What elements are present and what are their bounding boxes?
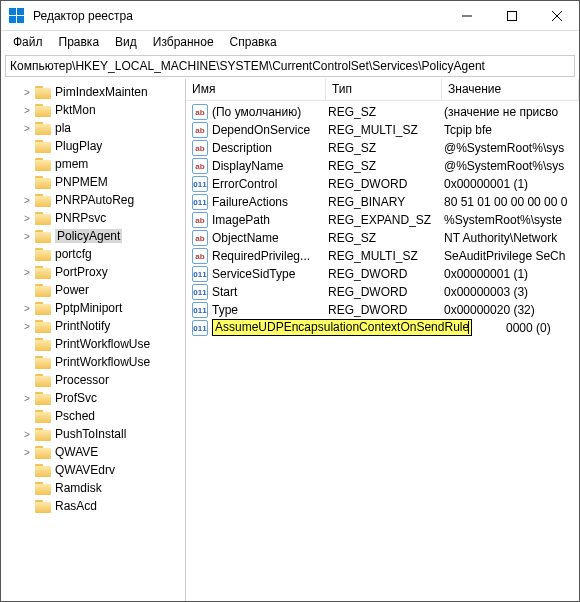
folder-icon	[35, 248, 51, 261]
tree-item[interactable]: RasAcd	[1, 497, 185, 515]
folder-icon	[35, 86, 51, 99]
tree-item[interactable]: QWAVEdrv	[1, 461, 185, 479]
expander-icon[interactable]: >	[21, 429, 33, 440]
folder-icon	[35, 446, 51, 459]
list-row[interactable]: abObjectNameREG_SZNT Authority\Network	[186, 229, 579, 247]
value-name: ObjectName	[212, 231, 328, 245]
tree-item-label: portcfg	[55, 247, 92, 261]
value-data: Tcpip bfe	[444, 123, 579, 137]
list-row[interactable]: 011TypeREG_DWORD0x00000020 (32)	[186, 301, 579, 319]
value-name: ImagePath	[212, 213, 328, 227]
list-row[interactable]: abImagePathREG_EXPAND_SZ%SystemRoot%\sys…	[186, 211, 579, 229]
tree-item[interactable]: PrintWorkflowUse	[1, 335, 185, 353]
folder-icon	[35, 482, 51, 495]
menu-file[interactable]: Файл	[5, 33, 51, 51]
list-header: Имя Тип Значение	[186, 79, 579, 101]
value-name: FailureActions	[212, 195, 328, 209]
list-row[interactable]: abDisplayNameREG_SZ@%SystemRoot%\sys	[186, 157, 579, 175]
tree-item-label: Processor	[55, 373, 109, 387]
value-type: REG_SZ	[328, 141, 444, 155]
tree-item[interactable]: Processor	[1, 371, 185, 389]
tree-item[interactable]: portcfg	[1, 245, 185, 263]
tree-item[interactable]: >PrintNotify	[1, 317, 185, 335]
expander-icon[interactable]: >	[21, 195, 33, 206]
folder-icon	[35, 176, 51, 189]
tree-item[interactable]: >PimIndexMainten	[1, 83, 185, 101]
folder-icon	[35, 140, 51, 153]
menu-help[interactable]: Справка	[222, 33, 285, 51]
tree-item[interactable]: Power	[1, 281, 185, 299]
list-row[interactable]: ab(По умолчанию)REG_SZ(значение не присв…	[186, 103, 579, 121]
tree-item-label: RasAcd	[55, 499, 97, 513]
folder-icon	[35, 284, 51, 297]
folder-icon	[35, 392, 51, 405]
value-type: REG_DWORD	[328, 285, 444, 299]
tree-item[interactable]: >PushToInstall	[1, 425, 185, 443]
menu-view[interactable]: Вид	[107, 33, 145, 51]
tree-item[interactable]: >QWAVE	[1, 443, 185, 461]
list-row-editing[interactable]: 011AssumeUDPEncapsulationContextOnSendRu…	[186, 319, 579, 337]
value-name: Description	[212, 141, 328, 155]
value-data: (значение не присво	[444, 105, 579, 119]
expander-icon[interactable]: >	[21, 393, 33, 404]
tree-item[interactable]: PNPMEM	[1, 173, 185, 191]
value-data: 0x00000001 (1)	[444, 267, 579, 281]
tree-item-label: QWAVEdrv	[55, 463, 115, 477]
value-name: RequiredPrivileg...	[212, 249, 328, 263]
close-button[interactable]	[534, 1, 579, 31]
tree-item-label: PNPMEM	[55, 175, 108, 189]
value-type: REG_BINARY	[328, 195, 444, 209]
menu-favorites[interactable]: Избранное	[145, 33, 222, 51]
menu-edit[interactable]: Правка	[51, 33, 108, 51]
expander-icon[interactable]: >	[21, 321, 33, 332]
folder-icon	[35, 194, 51, 207]
list-row[interactable]: 011StartREG_DWORD0x00000003 (3)	[186, 283, 579, 301]
value-type: REG_DWORD	[328, 267, 444, 281]
expander-icon[interactable]: >	[21, 213, 33, 224]
tree-item[interactable]: PrintWorkflowUse	[1, 353, 185, 371]
expander-icon[interactable]: >	[21, 105, 33, 116]
rename-input[interactable]: AssumeUDPEncapsulationContextOnSendRule	[212, 319, 472, 336]
column-type[interactable]: Тип	[326, 79, 442, 100]
titlebar: Редактор реестра	[1, 1, 579, 31]
tree-item[interactable]: pmem	[1, 155, 185, 173]
tree-item[interactable]: Psched	[1, 407, 185, 425]
expander-icon[interactable]: >	[21, 303, 33, 314]
list-row[interactable]: abDependOnServiceREG_MULTI_SZTcpip bfe	[186, 121, 579, 139]
column-name[interactable]: Имя	[186, 79, 326, 100]
tree-item[interactable]: >PolicyAgent	[1, 227, 185, 245]
folder-icon	[35, 410, 51, 423]
list-row[interactable]: 011ErrorControlREG_DWORD0x00000001 (1)	[186, 175, 579, 193]
folder-icon	[35, 500, 51, 513]
string-value-icon: ab	[192, 248, 208, 264]
tree-item[interactable]: PlugPlay	[1, 137, 185, 155]
string-value-icon: ab	[192, 104, 208, 120]
tree-item[interactable]: >PktMon	[1, 101, 185, 119]
tree-item[interactable]: >PptpMiniport	[1, 299, 185, 317]
tree-panel[interactable]: >PimIndexMainten>PktMon>plaPlugPlaypmemP…	[1, 79, 186, 602]
tree-item[interactable]: >PortProxy	[1, 263, 185, 281]
list-row[interactable]: 011ServiceSidTypeREG_DWORD0x00000001 (1)	[186, 265, 579, 283]
list-row[interactable]: 011FailureActionsREG_BINARY80 51 01 00 0…	[186, 193, 579, 211]
value-type: REG_EXPAND_SZ	[328, 213, 444, 227]
tree-item[interactable]: >PNRPAutoReg	[1, 191, 185, 209]
tree-item[interactable]: >PNRPsvc	[1, 209, 185, 227]
tree-item[interactable]: Ramdisk	[1, 479, 185, 497]
tree-item[interactable]: >pla	[1, 119, 185, 137]
tree-item[interactable]: >ProfSvc	[1, 389, 185, 407]
folder-icon	[35, 302, 51, 315]
maximize-button[interactable]	[489, 1, 534, 31]
expander-icon[interactable]: >	[21, 231, 33, 242]
expander-icon[interactable]: >	[21, 447, 33, 458]
value-data: 0000 (0)	[506, 319, 551, 337]
address-bar[interactable]: Компьютер\HKEY_LOCAL_MACHINE\SYSTEM\Curr…	[5, 55, 575, 77]
tree-item-label: PushToInstall	[55, 427, 126, 441]
minimize-button[interactable]	[444, 1, 489, 31]
list-row[interactable]: abRequiredPrivileg...REG_MULTI_SZSeAudit…	[186, 247, 579, 265]
list-row[interactable]: abDescriptionREG_SZ@%SystemRoot%\sys	[186, 139, 579, 157]
expander-icon[interactable]: >	[21, 123, 33, 134]
expander-icon[interactable]: >	[21, 267, 33, 278]
tree-item-label: PolicyAgent	[55, 229, 122, 243]
column-value[interactable]: Значение	[442, 79, 579, 100]
expander-icon[interactable]: >	[21, 87, 33, 98]
